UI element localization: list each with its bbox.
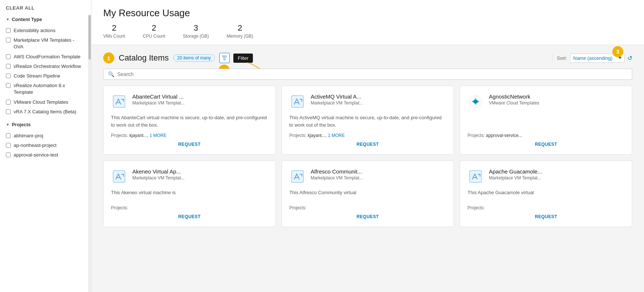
card-projects: Projects: <box>111 205 268 210</box>
catalog-grid: AbanteCart Virtual ... Marketplace VM Te… <box>103 86 632 227</box>
catalog-header: 1 Catalog Items 20 items of many 2 Filte… <box>103 52 632 63</box>
sort-label: Sort: <box>557 55 567 61</box>
checkbox-aws[interactable] <box>6 54 11 59</box>
resource-title: My Resource Usage <box>103 7 632 19</box>
card-projects: Projects: approval-service... <box>467 133 624 138</box>
projects-label: Projects: <box>289 133 308 138</box>
projects-header[interactable]: ▼ Projects <box>6 120 82 130</box>
catalog-title: Catalog Items <box>119 53 169 63</box>
request-button[interactable]: REQUEST <box>289 142 446 147</box>
card-description: This Alfresco Community virtual <box>289 189 446 201</box>
search-icon: 🔍 <box>108 71 114 77</box>
projects-more[interactable]: 1 MORE <box>328 133 345 138</box>
checkbox-approval-service[interactable] <box>6 152 11 157</box>
request-button[interactable]: REQUEST <box>289 214 446 219</box>
request-button[interactable]: REQUEST <box>467 142 624 147</box>
main-content: My Resource Usage 2 VMs Count 2 CPU Coun… <box>91 0 644 292</box>
request-button[interactable]: REQUEST <box>111 214 268 219</box>
card-description: This ActiveMQ virtual machine is secure,… <box>289 114 446 128</box>
filter-item-vra7[interactable]: vRA 7.X Catalog Items (Beta) <box>6 109 82 115</box>
card-icon-marketplace <box>289 168 306 185</box>
card-projects: Projects: kjayant..., 1 MORE <box>289 133 446 138</box>
search-bar: 🔍 <box>103 69 632 80</box>
card-type: Marketplace VM Templat... <box>311 175 446 181</box>
card-header: AbanteCart Virtual ... Marketplace VM Te… <box>111 93 268 110</box>
card-icon-marketplace <box>111 168 127 185</box>
filter-item-ap-northeast[interactable]: ap-northeast-project <box>6 142 82 149</box>
filter-item-abhimanr[interactable]: abhimanr-proj <box>6 133 82 139</box>
catalog-card-akeneo: Akeneo Virtual Ap... Marketplace VM Temp… <box>103 161 276 227</box>
checkbox-vmware-cloud[interactable] <box>6 100 11 104</box>
card-icon-marketplace <box>289 93 306 110</box>
filter-tooltip: Filter <box>233 54 253 63</box>
stat-memory-value: 2 <box>227 23 253 33</box>
filter-item-approval-service[interactable]: approval-service-test <box>6 152 82 158</box>
checkbox-code-stream[interactable] <box>6 73 11 78</box>
annotation-1: 1 <box>103 52 114 63</box>
resource-header: My Resource Usage 2 VMs Count 2 CPU Coun… <box>91 0 644 45</box>
projects-label: Projects: <box>467 205 485 210</box>
card-title: AbanteCart Virtual ... <box>132 93 268 100</box>
stat-memory: 2 Memory (GB) <box>227 23 253 39</box>
card-info: Akeneo Virtual Ap... Marketplace VM Temp… <box>132 168 268 181</box>
filter-label: VMware Cloud Templates <box>14 99 68 106</box>
card-info: ActiveMQ Virtual A... Marketplace VM Tem… <box>311 93 446 106</box>
checkbox-abhimanr[interactable] <box>6 133 11 138</box>
filter-item-vmware-cloud[interactable]: VMware Cloud Templates <box>6 99 82 106</box>
card-title: AgnosticNetwork <box>489 93 624 100</box>
search-input[interactable] <box>117 71 627 77</box>
projects-more[interactable]: 1 MORE <box>150 133 167 138</box>
card-type: Marketplace VM Templat... <box>132 100 268 106</box>
card-header: Akeneo Virtual Ap... Marketplace VM Temp… <box>111 168 268 185</box>
filter-button[interactable] <box>219 53 230 63</box>
card-projects: Projects: kjayant..., 1 MORE <box>111 133 268 138</box>
filter-label: approval-service-test <box>14 152 58 158</box>
filter-label: vRealize Orchestrator Workflow <box>14 63 81 70</box>
filter-item-code-stream[interactable]: Code Stream Pipeline <box>6 73 82 79</box>
card-title: Alfresco Communit... <box>311 168 446 175</box>
request-button[interactable]: REQUEST <box>111 142 268 147</box>
stat-vms: 2 VMs Count <box>103 23 125 39</box>
card-description: This Apache Guacamole virtual <box>467 189 624 201</box>
sidebar-scrollbar[interactable] <box>88 14 91 292</box>
resource-stats: 2 VMs Count 2 CPU Count 3 Storage (GB) 2… <box>103 23 632 39</box>
card-header: Alfresco Communit... Marketplace VM Temp… <box>289 168 446 185</box>
checkbox-extensibility[interactable] <box>6 28 11 33</box>
filter-label: Code Stream Pipeline <box>14 73 60 79</box>
card-info: Apache Guacamole... Marketplace VM Templ… <box>489 168 624 181</box>
filter-item-vra8[interactable]: vRealize Automation 8.x Template <box>6 82 82 96</box>
scrollbar-thumb[interactable] <box>88 15 91 59</box>
clear-all-button[interactable]: CLEAR ALL <box>0 0 91 14</box>
catalog-card-agnosticnetwork: AgnosticNetwork VMware Cloud Templates P… <box>460 86 632 155</box>
checkbox-vra7[interactable] <box>6 109 11 114</box>
card-title: Apache Guacamole... <box>489 168 624 175</box>
stat-vms-value: 2 <box>103 23 125 33</box>
chevron-down-icon: ▼ <box>6 17 10 21</box>
card-description <box>467 114 624 128</box>
filter-item-extensibility[interactable]: Extensibility actions <box>6 27 82 34</box>
checkbox-vrealize-orchestrator[interactable] <box>6 64 11 69</box>
card-description: This AbanteCart virtual machine is secur… <box>111 114 268 128</box>
checkbox-ap-northeast[interactable] <box>6 143 11 148</box>
search-bar-row: 🔍 <box>103 69 632 80</box>
card-projects: Projects: <box>289 205 446 210</box>
stat-cpu-label: CPU Count <box>143 34 165 39</box>
checkbox-vra8[interactable] <box>6 83 11 88</box>
filter-label: abhimanr-proj <box>14 133 43 139</box>
content-type-header[interactable]: ▼ Content Type <box>6 14 82 24</box>
filter-item-aws[interactable]: AWS CloudFormation Template <box>6 54 82 60</box>
card-type: VMware Cloud Templates <box>489 100 624 106</box>
card-title: ActiveMQ Virtual A... <box>311 93 446 100</box>
filter-item-marketplace-ova[interactable]: Marketplace VM Templates - OVA <box>6 37 82 50</box>
content-type-label: Content Type <box>12 17 42 22</box>
projects-label: Projects <box>12 122 31 127</box>
card-info: AbanteCart Virtual ... Marketplace VM Te… <box>132 93 268 106</box>
card-header: Apache Guacamole... Marketplace VM Templ… <box>467 168 624 185</box>
catalog-card-apache-guacamole: Apache Guacamole... Marketplace VM Templ… <box>460 161 632 227</box>
request-button[interactable]: REQUEST <box>467 214 624 219</box>
stat-storage-value: 3 <box>183 23 209 33</box>
projects-label: Projects: <box>111 205 128 210</box>
refresh-icon[interactable]: ↺ <box>627 55 632 62</box>
checkbox-marketplace-ova[interactable] <box>6 38 11 42</box>
filter-item-vrealize-orchestrator[interactable]: vRealize Orchestrator Workflow <box>6 63 82 70</box>
